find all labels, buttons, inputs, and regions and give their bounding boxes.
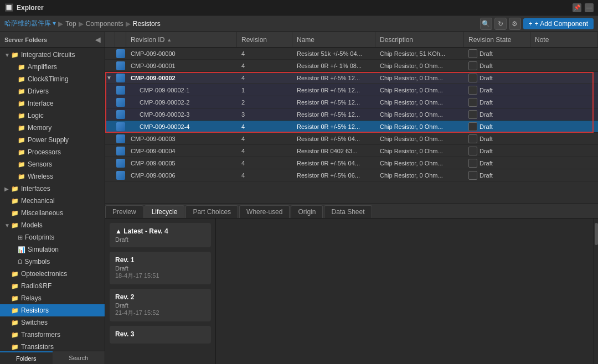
sidebar-item-wireless[interactable]: ▶ 📁 Wireless: [0, 170, 105, 183]
tab-lifecycle[interactable]: Lifecycle: [145, 205, 185, 218]
table-row[interactable]: CMP-009-00001 4 Resistor 0R +/- 1% 08...…: [105, 60, 598, 72]
sidebar-item-resistors[interactable]: ▶ 📁 Resistors: [0, 304, 105, 316]
td-expand: [105, 145, 115, 157]
table-row[interactable]: CMP-009-00005 4 Resistor 0R +/-5% 04... …: [105, 157, 598, 169]
minimize-button[interactable]: —: [585, 3, 594, 12]
sidebar-item-integrated-circuits[interactable]: ▼ 📁 Integrated Circuits: [0, 49, 105, 61]
revision-state-checkbox[interactable]: [468, 110, 477, 119]
pin-button[interactable]: 📌: [573, 3, 581, 12]
folder-icon-sw: 📁: [11, 319, 19, 326]
table-row[interactable]: CMP-009-00002-3 3 Resistor 0R +/-5% 12..…: [105, 108, 598, 121]
component-icon: [116, 147, 125, 155]
breadcrumb-sep-1: ▶: [58, 20, 63, 28]
sidebar-item-processors[interactable]: ▶ 📁 Processors: [0, 146, 105, 158]
td-revision-id: CMP-009-00003: [126, 133, 237, 144]
sidebar-item-logic[interactable]: ▶ 📁 Logic: [0, 110, 105, 122]
sidebar-item-amplifiers[interactable]: ▶ 📁 Amplifiers: [0, 61, 105, 73]
sidebar-item-clock-timing[interactable]: ▶ 📁 Clock&Timing: [0, 73, 105, 85]
th-description[interactable]: Description: [375, 32, 464, 47]
revision-state-text: Draft: [480, 136, 493, 142]
sidebar-item-relays[interactable]: ▶ 📁 Relays: [0, 292, 105, 304]
th-revision-label: Revision: [241, 36, 267, 44]
revision-card-3[interactable]: Rev. 3: [110, 326, 211, 344]
sidebar-item-simulation[interactable]: ▶ 📊 Simulation: [0, 243, 105, 256]
td-expand: [105, 96, 115, 108]
sidebar-tab-search[interactable]: Search: [53, 351, 105, 364]
folder-icon-misc: 📁: [11, 210, 19, 217]
table-row[interactable]: CMP-009-00002-1 1 Resistor 0R +/-5% 12..…: [105, 84, 598, 96]
table-row[interactable]: CMP-009-00002-2 2 Resistor 0R +/-5% 12..…: [105, 96, 598, 108]
breadcrumb-home[interactable]: 哈萨维的器件库 ▾: [4, 19, 56, 28]
refresh-button[interactable]: ↻: [494, 18, 507, 30]
th-revision-state[interactable]: Revision State: [464, 32, 530, 47]
revision-card-2[interactable]: Rev. 2 Draft 21-4月-17 15:52: [110, 289, 211, 321]
sidebar-item-power-supply[interactable]: ▶ 📁 Power Supply: [0, 134, 105, 146]
th-name[interactable]: Name: [292, 32, 375, 47]
revision-state-checkbox[interactable]: [468, 171, 477, 180]
td-description: Chip Resistor, 51 KOh...: [375, 48, 464, 59]
sidebar-collapse-button[interactable]: ◀: [95, 36, 100, 44]
revision-state-checkbox[interactable]: [468, 61, 477, 70]
sidebar-item-transistors[interactable]: ▶ 📁 Transistors: [0, 341, 105, 351]
sidebar-footer: Folders Search: [0, 351, 105, 364]
tab-origin[interactable]: Origin: [291, 205, 323, 218]
add-component-button[interactable]: + + Add Component: [523, 18, 594, 29]
tab-preview[interactable]: Preview: [105, 205, 143, 218]
breadcrumb-components[interactable]: Components: [86, 20, 123, 28]
revision-state-checkbox[interactable]: [468, 74, 477, 82]
sidebar-item-interfaces[interactable]: ▶ 📁 Interfaces: [0, 183, 105, 195]
search-button[interactable]: 🔍: [480, 18, 492, 30]
th-revision-id[interactable]: Revision ID ▲: [126, 32, 237, 47]
tab-where-used-label: Where-used: [246, 208, 282, 216]
td-name: Resistor 0R +/-5% 06...: [292, 169, 375, 181]
sidebar-item-transformers[interactable]: ▶ 📁 Transformers: [0, 329, 105, 341]
right-scrollbar[interactable]: [594, 219, 598, 364]
tab-data-sheet[interactable]: Data Sheet: [324, 205, 372, 218]
th-revision[interactable]: Revision: [237, 32, 292, 47]
revision-card-1[interactable]: Rev. 1 Draft 18-4月-17 15:51: [110, 252, 211, 284]
sidebar-item-sensors[interactable]: ▶ 📁 Sensors: [0, 158, 105, 170]
table-row[interactable]: CMP-009-00004 4 Resistor 0R 0402 63... C…: [105, 145, 598, 157]
sidebar-label-relays: Relays: [21, 294, 42, 302]
tab-lifecycle-label: Lifecycle: [152, 208, 178, 216]
td-revision-state: Draft: [464, 60, 530, 71]
revision-state-checkbox[interactable]: [468, 122, 477, 131]
table-row[interactable]: CMP-009-00006 4 Resistor 0R +/-5% 06... …: [105, 169, 598, 181]
tab-where-used[interactable]: Where-used: [239, 205, 290, 218]
revision-state-checkbox[interactable]: [468, 49, 477, 58]
sidebar-item-interface[interactable]: ▶ 📁 Interface: [0, 97, 105, 110]
sidebar-item-radio-rf[interactable]: ▶ 📁 Radio&RF: [0, 280, 105, 292]
settings-button[interactable]: ⚙: [509, 18, 521, 30]
sidebar-item-miscellaneous[interactable]: ▶ 📁 Miscellaneous: [0, 207, 105, 219]
revision-state-checkbox[interactable]: [468, 159, 477, 168]
table-row[interactable]: CMP-009-00003 4 Resistor 0R +/-5% 04... …: [105, 133, 598, 145]
table-row[interactable]: CMP-009-00002-4 4 Resistor 0R +/-5% 12..…: [105, 121, 598, 133]
td-note: [530, 72, 598, 84]
td-note: [530, 60, 598, 71]
sidebar-item-footprints[interactable]: ▶ ⊞ Footprints: [0, 231, 105, 243]
sidebar-item-models[interactable]: ▼ 📁 Models: [0, 219, 105, 231]
revision-state-checkbox[interactable]: [468, 134, 477, 143]
table-row[interactable]: ▼ CMP-009-00002 4 Resistor 0R +/-5% 12..…: [105, 72, 598, 84]
sidebar-item-mechanical[interactable]: ▶ 📁 Mechanical: [0, 195, 105, 207]
td-expand[interactable]: ▼: [105, 72, 115, 84]
sidebar-item-switches[interactable]: ▶ 📁 Switches: [0, 316, 105, 329]
sidebar-item-drivers[interactable]: ▶ 📁 Drivers: [0, 85, 105, 97]
revision-card-latest[interactable]: ▲ Latest - Rev. 4 Draft: [110, 223, 211, 247]
sidebar-item-memory[interactable]: ▶ 📁 Memory: [0, 122, 105, 134]
sidebar-item-symbols[interactable]: ▶ Ω Symbols: [0, 256, 105, 268]
sidebar-label-fp: Footprints: [25, 233, 54, 241]
revision-state-checkbox[interactable]: [468, 147, 477, 155]
sidebar-tab-folders-label: Folders: [16, 355, 37, 362]
th-note[interactable]: Note: [530, 32, 598, 47]
sidebar-item-opto[interactable]: ▶ 📁 Optoelectronics: [0, 268, 105, 280]
rev-card-status-1: Draft: [115, 265, 205, 272]
tab-part-choices[interactable]: Part Choices: [185, 205, 238, 218]
th-revision-id-sort: ▲: [167, 37, 172, 43]
td-revision-state: Draft: [464, 72, 530, 84]
sidebar-tab-folders[interactable]: Folders: [0, 351, 53, 364]
table-row[interactable]: CMP-009-00000 4 Resistor 51k +/-5% 04...…: [105, 48, 598, 60]
revision-state-checkbox[interactable]: [468, 98, 477, 107]
revision-state-checkbox[interactable]: [468, 86, 477, 95]
breadcrumb-top[interactable]: Top: [65, 20, 76, 28]
